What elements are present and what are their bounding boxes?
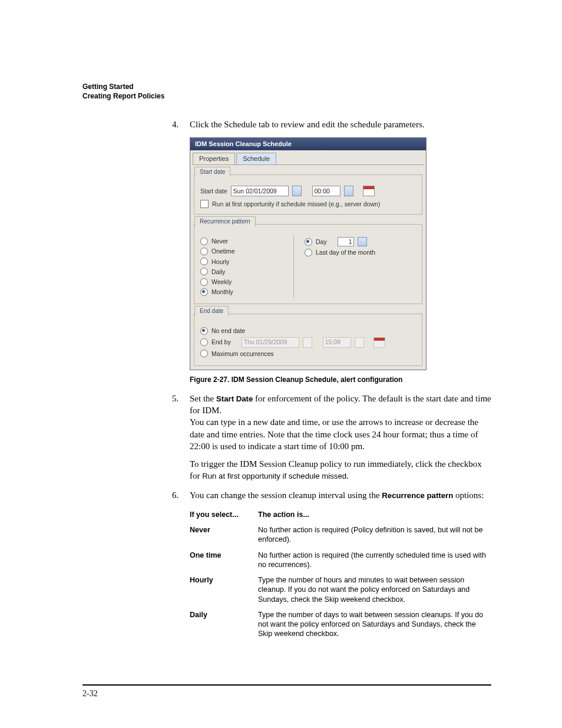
step-5-run-missed-inline: Run at first opportunity if schedule mis…: [202, 472, 346, 480]
table-row: Hourly Type the number of hours and minu…: [190, 572, 491, 607]
run-missed-label: Run at first opportunity if schedule mis…: [212, 200, 380, 208]
recur-hourly-radio[interactable]: [200, 258, 208, 265]
step-4-number: 4.: [172, 118, 190, 130]
step-4-text: Click the Schedule tab to review and edi…: [190, 118, 491, 130]
step-5-body: Set the Start Date for enforcement of th…: [190, 393, 491, 482]
recur-onetime-label: Onetime: [211, 247, 235, 255]
running-header-line2: Creating Report Policies: [82, 92, 491, 101]
step-5-number: 5.: [172, 393, 190, 482]
table-key: Hourly: [190, 572, 258, 607]
recur-weekly-radio[interactable]: [200, 278, 208, 286]
table-val: No further action is required (Policy de…: [258, 522, 491, 548]
recur-day-radio[interactable]: [305, 238, 312, 246]
tab-properties[interactable]: Properties: [193, 153, 235, 164]
recur-weekly-label: Weekly: [211, 278, 232, 286]
calendar-icon[interactable]: [363, 186, 375, 196]
step-5-p1a: Set the: [190, 394, 216, 403]
recurrence-options: Never Onetime Hourly Daily Weekly Monthl…: [200, 235, 294, 298]
recur-day-spinner[interactable]: [358, 237, 367, 246]
end-date-group-title: End date: [194, 306, 229, 316]
step-5: 5. Set the Start Date for enforcement of…: [172, 393, 491, 482]
table-val: Type the number of days to wait between …: [258, 607, 491, 642]
end-by-time-input: 15:08: [323, 337, 351, 348]
end-by-date-spinner: [303, 337, 312, 348]
start-time-input[interactable]: 00:00: [312, 186, 340, 196]
recur-hourly-label: Hourly: [211, 258, 229, 266]
table-key: Daily: [190, 607, 258, 642]
dialog-title-bar: IDM Session Cleanup Schedule: [190, 138, 426, 150]
tab-schedule[interactable]: Schedule: [236, 153, 276, 164]
table-row: Never No further action is required (Pol…: [190, 522, 491, 548]
start-date-row: Start date Sun 02/01/2009 00:00: [200, 186, 416, 196]
recurrence-group: Recurrence pattern Never Onetime Hourly …: [194, 224, 422, 304]
recur-daily-radio[interactable]: [200, 268, 208, 275]
table-head-right: The action is...: [258, 507, 491, 522]
table-key: Never: [190, 522, 258, 548]
step-6: 6. You can change the session cleanup in…: [172, 489, 491, 642]
end-by-time-spinner: [355, 337, 364, 348]
figure-caption: Figure 2-27. IDM Session Cleanup Schedul…: [190, 375, 491, 384]
table-key: One time: [190, 548, 258, 573]
step-4: 4. Click the Schedule tab to review and …: [172, 118, 491, 130]
recurrence-group-title: Recurrence pattern: [194, 216, 256, 226]
end-date-group: End date No end date End by Thu 01/29/20…: [194, 314, 422, 365]
table-val: Type the number of hours and minutes to …: [258, 572, 491, 607]
step-6-number: 6.: [172, 489, 190, 642]
table-row: One time No further action is required (…: [190, 548, 491, 573]
start-date-group: Start date Start date Sun 02/01/2009 00:…: [194, 174, 422, 215]
start-time-spinner[interactable]: [344, 186, 353, 196]
run-missed-row: Run at first opportunity if schedule mis…: [200, 200, 416, 208]
table-val: No further action is required (the curre…: [258, 548, 491, 573]
running-header: Getting Started Creating Report Policies: [82, 83, 491, 101]
end-noend-radio[interactable]: [200, 327, 208, 335]
footer-rule: [82, 684, 491, 686]
start-date-spinner[interactable]: [292, 186, 302, 196]
recur-day-input[interactable]: 1: [338, 237, 354, 246]
recur-monthly-radio[interactable]: [200, 288, 208, 296]
schedule-dialog: IDM Session Cleanup Schedule Properties …: [190, 137, 427, 370]
step-6-p1c: options:: [453, 490, 484, 500]
step-6-recurrence-strong: Recurrence pattern: [382, 491, 453, 500]
tab-bar: Properties Schedule: [193, 153, 424, 165]
recur-never-label: Never: [211, 237, 228, 245]
end-by-calendar-icon: [373, 337, 385, 348]
step-5-start-date-strong: Start Date: [216, 394, 253, 403]
start-date-label: Start date: [200, 187, 227, 195]
recur-onetime-radio[interactable]: [200, 248, 208, 255]
end-by-label: End by: [211, 338, 231, 346]
start-date-input[interactable]: Sun 02/01/2009: [231, 186, 289, 196]
end-by-date-input: Thu 01/29/2009: [242, 337, 299, 348]
end-by-radio[interactable]: [200, 338, 208, 346]
recur-never-radio[interactable]: [200, 238, 208, 245]
step-5-p2: You can type in a new date and time, or …: [190, 416, 491, 452]
page-number: 2-32: [82, 689, 98, 700]
recur-monthly-label: Monthly: [211, 288, 233, 296]
recurrence-action-table: If you select... The action is... Never …: [190, 507, 491, 642]
recur-lastday-label: Last day of the month: [316, 248, 375, 256]
step-6-body: You can change the session cleanup inter…: [190, 489, 491, 642]
recur-lastday-radio[interactable]: [305, 249, 312, 256]
table-row: Daily Type the number of days to wait be…: [190, 607, 491, 642]
recurrence-detail: Day 1 Last day of the month: [294, 235, 375, 258]
end-maxocc-radio[interactable]: [200, 350, 208, 357]
recur-daily-label: Daily: [211, 268, 225, 276]
end-noend-label: No end date: [211, 327, 245, 335]
step-5-p3c: .: [346, 471, 349, 480]
end-maxocc-label: Maximum occurrences: [211, 350, 274, 358]
table-head-left: If you select...: [190, 507, 258, 522]
step-6-p1a: You can change the session cleanup inter…: [190, 490, 382, 500]
running-header-line1: Getting Started: [82, 83, 491, 92]
start-date-group-title: Start date: [194, 167, 230, 177]
recur-day-label: Day: [316, 238, 327, 246]
run-missed-checkbox[interactable]: [200, 200, 209, 208]
